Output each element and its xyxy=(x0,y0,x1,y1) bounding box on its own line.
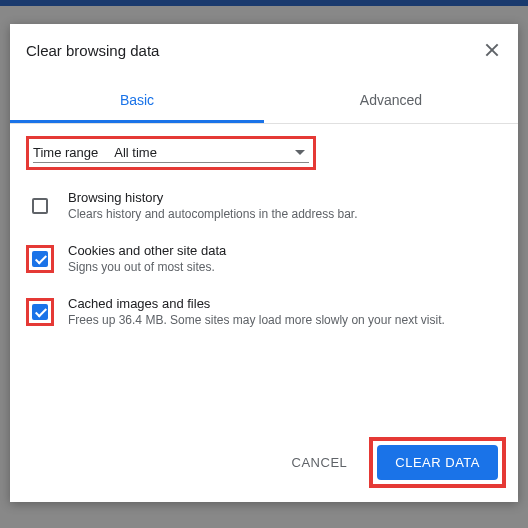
dialog-content: Time range All time Browsing history Cle… xyxy=(10,124,518,425)
option-title: Cookies and other site data xyxy=(68,243,502,258)
clear-button-highlight: CLEAR DATA xyxy=(369,437,506,488)
option-text: Browsing history Clears history and auto… xyxy=(68,190,502,221)
option-cookies: Cookies and other site data Signs you ou… xyxy=(26,243,502,274)
checkbox-highlight xyxy=(26,298,54,326)
option-cached: Cached images and files Frees up 36.4 MB… xyxy=(26,296,502,327)
tabs: Basic Advanced xyxy=(10,80,518,124)
tab-advanced[interactable]: Advanced xyxy=(264,80,518,123)
dialog-header: Clear browsing data xyxy=(10,24,518,68)
time-range-highlight: Time range All time xyxy=(26,136,316,170)
clear-browsing-data-dialog: Clear browsing data Basic Advanced Time … xyxy=(10,24,518,502)
chevron-down-icon xyxy=(295,150,305,155)
option-desc: Frees up 36.4 MB. Some sites may load mo… xyxy=(68,313,502,327)
option-browsing-history: Browsing history Clears history and auto… xyxy=(26,190,502,221)
close-icon[interactable] xyxy=(482,40,502,60)
dialog-title: Clear browsing data xyxy=(26,42,482,59)
time-range-label: Time range xyxy=(33,145,98,160)
checkbox-browsing-history[interactable] xyxy=(32,198,48,214)
checkbox-wrap xyxy=(26,192,54,220)
time-range-select[interactable]: All time xyxy=(114,145,309,160)
dialog-footer: CANCEL CLEAR DATA xyxy=(10,425,518,502)
option-text: Cached images and files Frees up 36.4 MB… xyxy=(68,296,502,327)
cancel-button[interactable]: CANCEL xyxy=(278,447,362,478)
time-range-row: Time range All time xyxy=(33,143,309,163)
tab-basic[interactable]: Basic xyxy=(10,80,264,123)
option-desc: Signs you out of most sites. xyxy=(68,260,502,274)
checkbox-cached[interactable] xyxy=(32,304,48,320)
option-text: Cookies and other site data Signs you ou… xyxy=(68,243,502,274)
time-range-value: All time xyxy=(114,145,157,160)
option-title: Cached images and files xyxy=(68,296,502,311)
clear-data-button[interactable]: CLEAR DATA xyxy=(377,445,498,480)
checkbox-cookies[interactable] xyxy=(32,251,48,267)
option-desc: Clears history and autocompletions in th… xyxy=(68,207,502,221)
option-title: Browsing history xyxy=(68,190,502,205)
checkbox-highlight xyxy=(26,245,54,273)
